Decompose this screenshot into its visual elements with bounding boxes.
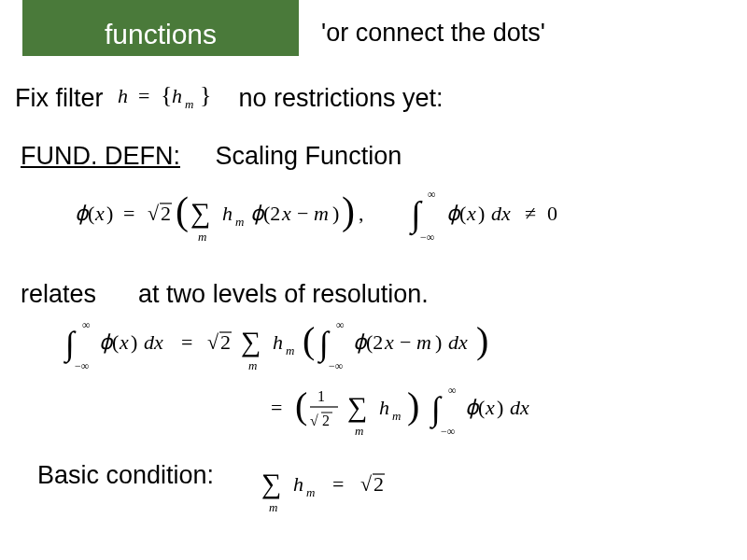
fix-filter-suffix: no restrictions yet: (239, 84, 444, 112)
svg-text:x: x (466, 202, 476, 225)
svg-text:dx: dx (144, 330, 163, 354)
svg-text:=: = (271, 396, 282, 419)
svg-text:∑: ∑ (241, 326, 261, 357)
svg-text:2: 2 (220, 330, 231, 354)
svg-text:=: = (181, 330, 192, 354)
equation-basic-condition: ∑ m h m = √ 2 (252, 459, 532, 515)
fix-filter-line: Fix filter h = { h m } no restrictions y… (15, 82, 444, 114)
fund-defn-subject: Scaling Function (216, 142, 402, 170)
svg-text:h: h (222, 202, 233, 225)
subtitle: 'or connect the dots' (321, 19, 545, 48)
svg-text:dx: dx (448, 330, 468, 354)
svg-text:√: √ (148, 202, 160, 225)
svg-text:(: ( (459, 202, 466, 225)
svg-text:): ) (435, 330, 442, 354)
svg-text:{: { (161, 82, 172, 108)
svg-text:dx: dx (491, 202, 511, 225)
svg-text:∞: ∞ (448, 384, 457, 397)
svg-text:m: m (235, 215, 244, 229)
relates-line: relates at two levels of resolution. (21, 280, 429, 309)
svg-text:): ) (131, 330, 137, 354)
equation-simplified: = ( 1 √ 2 ∑ m h m ) ∫ ∞ −∞ ϕ ( x ) dx (271, 383, 710, 439)
svg-text:m: m (269, 500, 277, 514)
svg-text:∫: ∫ (317, 325, 331, 364)
svg-text:≠: ≠ (525, 202, 536, 225)
svg-text:,: , (359, 202, 364, 225)
svg-text:(2: (2 (263, 202, 280, 225)
svg-text:m: m (416, 330, 431, 354)
svg-text:m: m (392, 409, 401, 423)
fix-filter-prefix: Fix filter (15, 84, 104, 112)
svg-text:m: m (286, 343, 294, 357)
svg-text:m: m (314, 202, 329, 225)
svg-text:(: ( (112, 330, 119, 354)
svg-text:(: ( (303, 319, 315, 361)
svg-text:2: 2 (161, 202, 171, 225)
svg-text:m: m (198, 230, 206, 244)
svg-text:√: √ (310, 413, 318, 428)
svg-text:): ) (497, 396, 503, 419)
svg-text:1: 1 (317, 388, 325, 404)
svg-text:x: x (384, 330, 394, 354)
svg-text:∑: ∑ (347, 391, 367, 423)
svg-text:−: − (400, 330, 411, 354)
svg-text:∫: ∫ (430, 390, 443, 429)
fund-defn-label: FUND. DEFN: (21, 142, 180, 170)
svg-text:): ) (478, 202, 485, 225)
equation-scaling-defn: ϕ ( x ) = √ 2 ( ∑ m h m ϕ (2 x − m ) ) ,… (75, 187, 672, 246)
svg-text:x: x (485, 396, 495, 419)
svg-text:∑: ∑ (261, 468, 281, 499)
svg-text:): ) (106, 202, 113, 225)
svg-text:√: √ (360, 472, 373, 496)
svg-text:h: h (273, 330, 283, 354)
svg-text:dx: dx (510, 396, 529, 419)
svg-text:(: ( (176, 189, 189, 233)
svg-text:}: } (200, 82, 211, 108)
svg-text:0: 0 (547, 202, 557, 225)
svg-text:−: − (297, 202, 308, 225)
svg-text:√: √ (207, 330, 219, 354)
basic-condition-label: Basic condition: (37, 461, 214, 490)
svg-text:2: 2 (374, 472, 384, 496)
svg-text:=: = (123, 202, 134, 225)
svg-text:∞: ∞ (336, 318, 345, 331)
svg-text:−∞: −∞ (75, 359, 89, 372)
relates-suffix: at two levels of resolution. (138, 280, 429, 308)
svg-text:x: x (94, 202, 105, 225)
svg-text:∞: ∞ (428, 188, 436, 201)
svg-text:−∞: −∞ (329, 359, 343, 372)
svg-text:m: m (248, 358, 257, 372)
svg-text:m: m (306, 485, 315, 499)
svg-text:∑: ∑ (190, 197, 210, 229)
svg-text:(: ( (88, 202, 94, 225)
svg-text:h: h (172, 84, 182, 107)
svg-text:h: h (118, 84, 128, 107)
svg-text:): ) (407, 385, 419, 427)
svg-text:): ) (476, 319, 488, 361)
svg-text:): ) (332, 202, 339, 225)
svg-text:(: ( (295, 385, 307, 427)
relates-prefix: relates (21, 280, 96, 308)
svg-text:x: x (119, 330, 129, 354)
svg-text:m: m (355, 424, 363, 438)
svg-text:(2: (2 (366, 330, 383, 354)
svg-text:∞: ∞ (82, 318, 91, 331)
svg-text:=: = (138, 84, 149, 107)
fund-defn-line: FUND. DEFN: Scaling Function (21, 142, 402, 171)
svg-text:h: h (293, 472, 303, 496)
svg-text:): ) (342, 189, 355, 233)
svg-text:2: 2 (322, 413, 330, 428)
svg-text:x: x (281, 202, 291, 225)
equation-integral-expand: ∫ ∞ −∞ ϕ ( x ) dx = √ 2 ∑ m h m ( ∫ ∞ −∞… (56, 317, 710, 373)
svg-text:h: h (379, 396, 389, 419)
svg-text:−∞: −∞ (420, 231, 434, 244)
title-box: functions (22, 0, 299, 56)
svg-text:m: m (185, 97, 193, 111)
svg-text:∫: ∫ (63, 325, 77, 364)
svg-text:−∞: −∞ (441, 425, 455, 438)
title-line2: functions (105, 19, 217, 50)
svg-text:=: = (332, 472, 344, 496)
math-h-equals-hm: h = { h m } (110, 82, 232, 114)
svg-text:(: ( (478, 396, 485, 419)
